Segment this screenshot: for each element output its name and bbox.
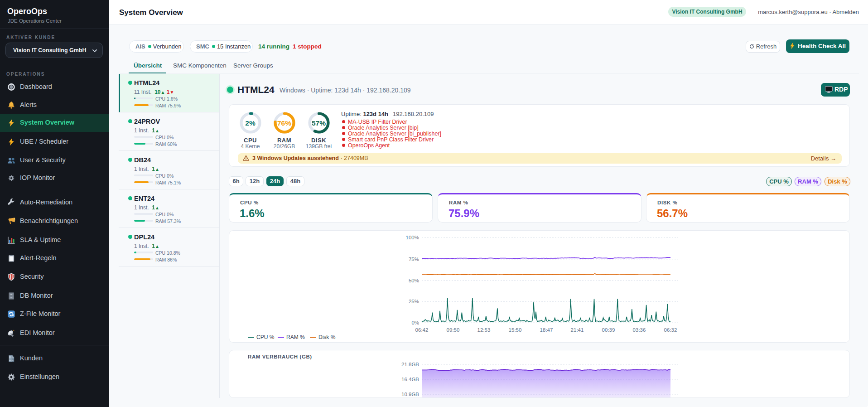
svg-text:50%: 50% — [409, 278, 419, 283]
svg-text:06:32: 06:32 — [664, 327, 677, 333]
svg-text:75%: 75% — [409, 257, 419, 262]
svg-text:100%: 100% — [406, 235, 419, 240]
svg-text:15:50: 15:50 — [509, 327, 522, 333]
svg-text:21.8GB: 21.8GB — [401, 362, 419, 367]
svg-text:18:47: 18:47 — [540, 327, 553, 333]
svg-text:16.4GB: 16.4GB — [401, 377, 419, 382]
svg-text:12:53: 12:53 — [477, 327, 491, 333]
svg-text:0%: 0% — [411, 320, 419, 325]
svg-text:Disk %: Disk % — [318, 334, 336, 340]
svg-text:25%: 25% — [409, 299, 419, 304]
svg-text:06:42: 06:42 — [415, 327, 429, 333]
svg-text:RAM %: RAM % — [286, 334, 305, 340]
svg-text:00:39: 00:39 — [602, 327, 615, 333]
svg-text:10.9GB: 10.9GB — [401, 392, 419, 397]
svg-text:09:50: 09:50 — [447, 327, 460, 333]
svg-text:21:41: 21:41 — [571, 327, 584, 333]
svg-text:CPU %: CPU % — [256, 334, 275, 340]
svg-text:03:36: 03:36 — [633, 327, 646, 333]
